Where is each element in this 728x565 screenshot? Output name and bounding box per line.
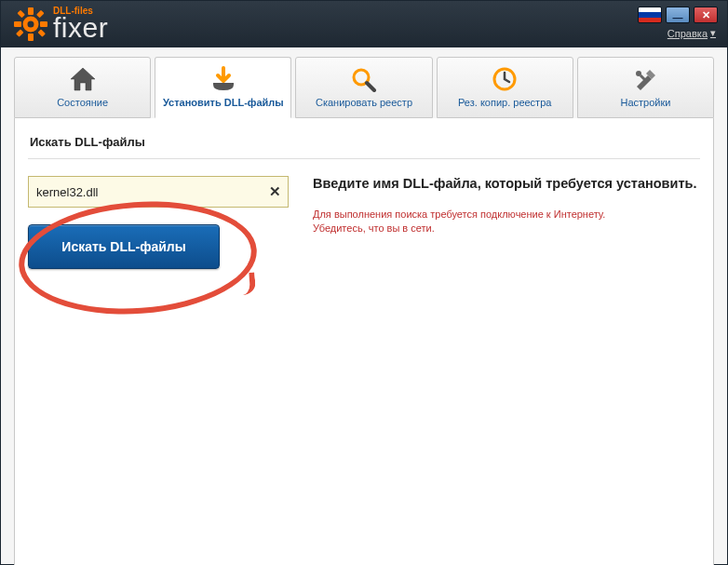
tab-settings[interactable]: Настройки [577, 57, 714, 118]
tab-label: Установить DLL-файлы [163, 97, 284, 108]
gear-icon [12, 6, 49, 43]
content-panel: Искать DLL-файлы ✕ Искать DLL-файлы Введ… [14, 118, 714, 565]
svg-rect-1 [28, 7, 34, 15]
svg-rect-6 [37, 29, 45, 36]
close-button[interactable]: ✕ [694, 7, 718, 23]
svg-point-0 [25, 19, 36, 30]
tab-backup-registry[interactable]: Рез. копир. реестра [437, 57, 573, 118]
svg-rect-7 [36, 10, 44, 18]
tab-scan-registry[interactable]: Сканировать реестр [295, 57, 432, 118]
tab-install-dll[interactable]: Установить DLL-файлы [155, 57, 291, 118]
warning-line: Убедитесь, что вы в сети. [313, 222, 700, 235]
instruction-title: Введите имя DLL-файла, который требуется… [313, 176, 700, 191]
tools-icon [631, 65, 659, 93]
download-icon [209, 65, 237, 93]
home-icon [69, 65, 97, 93]
svg-rect-8 [16, 29, 23, 36]
magnifier-icon [350, 65, 378, 93]
tab-label: Рез. копир. реестра [458, 97, 551, 108]
svg-rect-4 [40, 21, 47, 27]
search-column: ✕ Искать DLL-файлы [28, 176, 289, 269]
svg-rect-5 [17, 10, 24, 18]
dll-search-input[interactable] [28, 176, 289, 208]
search-button[interactable]: Искать DLL-файлы [28, 224, 220, 269]
app-window: DLL-files fixer — ✕ Справка ▾ Состояние [0, 0, 728, 565]
language-button[interactable] [638, 7, 662, 23]
tab-label: Настройки [620, 97, 670, 108]
svg-line-13 [640, 75, 646, 81]
warning-line: Для выполнения поиска требуется подключе… [313, 208, 700, 222]
app-logo: DLL-files fixer [12, 6, 108, 43]
tab-status[interactable]: Состояние [14, 57, 151, 118]
clear-input-icon[interactable]: ✕ [269, 183, 281, 200]
svg-rect-3 [14, 21, 21, 27]
help-label: Справка [667, 28, 708, 39]
tab-label: Состояние [57, 97, 108, 108]
title-bar: DLL-files fixer — ✕ Справка ▾ [1, 1, 727, 47]
svg-rect-2 [28, 34, 34, 41]
instruction-warning: Для выполнения поиска требуется подключе… [313, 208, 700, 236]
tab-label: Сканировать реестр [316, 97, 412, 108]
instructions-column: Введите имя DLL-файла, который требуется… [313, 176, 700, 269]
tab-bar: Состояние Установить DLL-файлы Сканирова… [1, 47, 727, 118]
svg-line-10 [367, 83, 374, 90]
minimize-button[interactable]: — [666, 7, 690, 23]
dropdown-icon: ▾ [710, 27, 716, 39]
clock-icon [491, 65, 519, 93]
help-link[interactable]: Справка ▾ [667, 27, 716, 39]
section-title: Искать DLL-файлы [28, 131, 700, 159]
window-controls: — ✕ [638, 7, 718, 23]
logo-title: fixer [53, 14, 108, 42]
